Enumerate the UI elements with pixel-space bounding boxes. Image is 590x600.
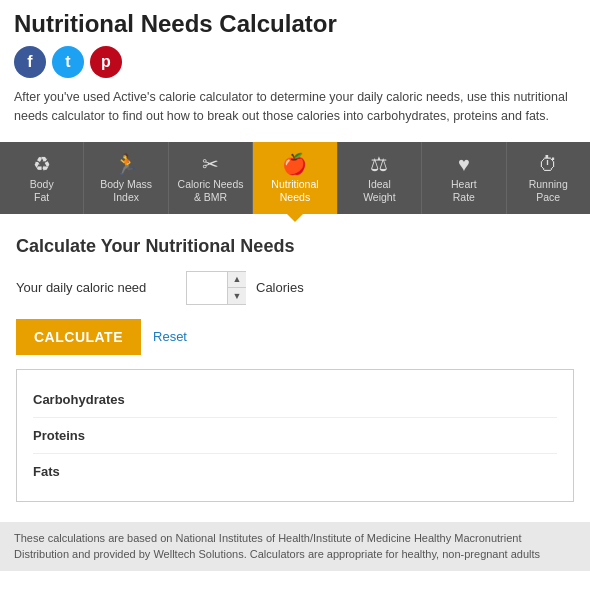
heart-rate-icon: ♥ [458, 154, 470, 174]
tab-body-fat-label: BodyFat [30, 178, 54, 203]
footer-note: These calculations are based on National… [0, 522, 590, 571]
result-proteins: Proteins [33, 418, 557, 454]
tab-bmi[interactable]: 🏃 Body MassIndex [84, 142, 168, 214]
calculate-button[interactable]: CALCULATE [16, 319, 141, 355]
tab-ideal-weight-label: IdealWeight [363, 178, 396, 203]
page-description: After you've used Active's calorie calcu… [14, 88, 576, 126]
main-content: Calculate Your Nutritional Needs Your da… [0, 214, 590, 522]
proteins-label: Proteins [33, 428, 85, 443]
tab-ideal-weight[interactable]: ⚖ IdealWeight [338, 142, 422, 214]
header-section: Nutritional Needs Calculator f t p After… [0, 0, 590, 142]
tab-running-pace[interactable]: ⏱ RunningPace [507, 142, 590, 214]
button-row: CALCULATE Reset [16, 319, 574, 355]
result-fats: Fats [33, 454, 557, 489]
caloric-input-label: Your daily caloric need [16, 280, 176, 295]
nutritional-needs-icon: 🍎 [282, 154, 307, 174]
caloric-input-row: Your daily caloric need ▲ ▼ Calories [16, 271, 574, 305]
fats-label: Fats [33, 464, 60, 479]
pinterest-button[interactable]: p [90, 46, 122, 78]
tab-nutritional-needs[interactable]: 🍎 NutritionalNeeds [253, 142, 337, 214]
tab-heart-rate[interactable]: ♥ HeartRate [422, 142, 506, 214]
twitter-button[interactable]: t [52, 46, 84, 78]
reset-button[interactable]: Reset [153, 329, 187, 344]
tab-caloric-needs[interactable]: ✂ Caloric Needs& BMR [169, 142, 253, 214]
body-fat-icon: ♻ [33, 154, 51, 174]
spinner-up-button[interactable]: ▲ [228, 272, 246, 289]
bmi-icon: 🏃 [114, 154, 139, 174]
tab-caloric-needs-label: Caloric Needs& BMR [178, 178, 244, 203]
ideal-weight-icon: ⚖ [370, 154, 388, 174]
tab-running-pace-label: RunningPace [529, 178, 568, 203]
calories-label: Calories [256, 280, 304, 295]
spinner-buttons: ▲ ▼ [227, 272, 246, 304]
footer-text: These calculations are based on National… [14, 532, 540, 561]
tab-nutritional-needs-label: NutritionalNeeds [271, 178, 318, 203]
social-icons: f t p [14, 46, 576, 78]
section-title: Calculate Your Nutritional Needs [16, 236, 574, 257]
page-wrapper: Nutritional Needs Calculator f t p After… [0, 0, 590, 571]
caloric-input-spinner[interactable]: ▲ ▼ [186, 271, 246, 305]
caloric-needs-icon: ✂ [202, 154, 219, 174]
facebook-button[interactable]: f [14, 46, 46, 78]
tab-body-fat[interactable]: ♻ BodyFat [0, 142, 84, 214]
tab-bmi-label: Body MassIndex [100, 178, 152, 203]
tabs-bar: ♻ BodyFat 🏃 Body MassIndex ✂ Caloric Nee… [0, 142, 590, 214]
running-pace-icon: ⏱ [538, 154, 558, 174]
caloric-input[interactable] [187, 272, 227, 304]
page-title: Nutritional Needs Calculator [14, 10, 576, 38]
result-carbohydrates: Carbohydrates [33, 382, 557, 418]
spinner-down-button[interactable]: ▼ [228, 288, 246, 304]
tab-heart-rate-label: HeartRate [451, 178, 477, 203]
carbohydrates-label: Carbohydrates [33, 392, 125, 407]
results-box: Carbohydrates Proteins Fats [16, 369, 574, 502]
